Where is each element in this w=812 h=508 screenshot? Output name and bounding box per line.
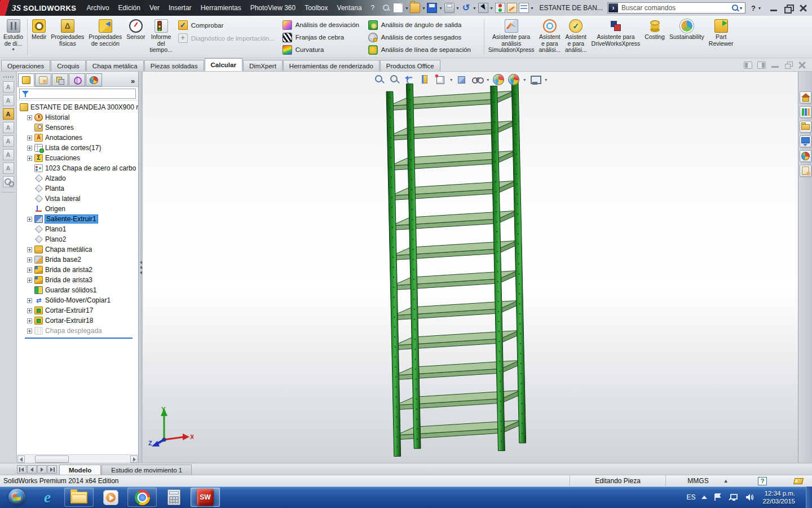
menu-search-icon[interactable] xyxy=(382,4,386,12)
undo-caret[interactable]: ▾ xyxy=(473,6,476,11)
ribbon-wizard-button[interactable]: Costing xyxy=(642,17,667,41)
expander-icon[interactable] xyxy=(27,247,32,252)
scroll-thumb[interactable] xyxy=(35,456,69,463)
command-tab[interactable]: Calcular xyxy=(205,58,242,71)
expander-icon[interactable] xyxy=(27,156,32,161)
solidworks-taskbar-icon[interactable] xyxy=(191,488,220,507)
design-library-icon[interactable] xyxy=(800,106,811,118)
options-caret[interactable]: ▾ xyxy=(531,6,534,11)
expander-icon[interactable] xyxy=(27,278,32,283)
propertymanager-tab-icon[interactable] xyxy=(35,73,51,86)
new-caret[interactable]: ▾ xyxy=(405,6,408,11)
file-properties-icon[interactable] xyxy=(507,3,517,13)
menu-item[interactable]: Ver xyxy=(145,0,164,16)
print-caret[interactable]: ▾ xyxy=(456,6,460,11)
gear-tools-icon[interactable] xyxy=(3,176,14,187)
command-tab[interactable]: Croquis xyxy=(51,60,86,71)
view-orientation-caret[interactable]: ▾ xyxy=(450,77,452,82)
ribbon-button[interactable]: Sensor xyxy=(124,17,147,41)
ribbon-wizard-button[interactable]: Asistente para DriveWorksXpress xyxy=(589,17,643,47)
clock[interactable]: 12:34 p.m. 22/03/2015 xyxy=(762,489,795,505)
close-button[interactable] xyxy=(798,5,807,12)
scroll-right-icon[interactable] xyxy=(130,456,138,463)
file-explorer-icon[interactable] xyxy=(800,121,811,133)
quick-tips-icon[interactable]: ? xyxy=(758,477,767,485)
pane-right-icon[interactable] xyxy=(757,62,766,69)
section-view-icon[interactable] xyxy=(420,74,431,85)
zoom-fit-icon[interactable] xyxy=(374,74,385,85)
view-orientation-icon[interactable] xyxy=(435,74,446,85)
tree-item[interactable]: Saliente-Extruir1 xyxy=(17,214,138,224)
previous-view-icon[interactable] xyxy=(404,74,416,85)
search-caret[interactable]: ▾ xyxy=(739,6,743,11)
menu-item[interactable]: Insertar xyxy=(164,0,196,16)
model-tab[interactable]: Modelo xyxy=(59,465,101,475)
menu-item[interactable]: Toolbox xyxy=(300,0,332,16)
tree-item[interactable]: Cortar-Extruir18 xyxy=(17,316,138,326)
interference-lights-icon[interactable] xyxy=(495,3,505,13)
design-study-button[interactable]: Estudio de di... ▾ xyxy=(1,17,25,52)
dimxpertmanager-tab-icon[interactable] xyxy=(69,73,85,86)
display-style-icon[interactable] xyxy=(456,74,467,85)
undo-icon[interactable]: ↺ xyxy=(461,3,471,13)
ribbon-button[interactable]: Propiedades físicas xyxy=(48,17,86,47)
tree-item[interactable]: 1023 Chapa de acero al carbo xyxy=(17,163,138,173)
open-icon[interactable] xyxy=(410,3,420,13)
volume-icon[interactable] xyxy=(745,493,754,502)
expander-icon[interactable] xyxy=(27,318,32,323)
menu-item[interactable]: PhotoView 360 xyxy=(246,0,301,16)
tree-item[interactable]: Sólido-Mover/Copiar1 xyxy=(17,295,138,305)
tree-item[interactable]: Lista de cortes(17) xyxy=(17,143,138,153)
next-tab-icon[interactable] xyxy=(37,465,47,474)
appearances-icon[interactable] xyxy=(800,150,811,162)
ribbon-button[interactable]: Informe del tiempo... xyxy=(148,17,175,54)
panel-splitter[interactable] xyxy=(139,72,143,463)
action-center-flag-icon[interactable] xyxy=(713,493,722,502)
doc-minimize-icon[interactable] xyxy=(771,62,779,69)
command-tab[interactable]: Productos Office xyxy=(380,60,440,71)
tree-filter-input[interactable] xyxy=(19,89,136,99)
edit-appearance-icon[interactable] xyxy=(493,74,504,85)
tree-item[interactable]: Alzado xyxy=(17,173,138,183)
apply-scene-caret[interactable]: ▾ xyxy=(523,77,526,82)
model-canvas[interactable] xyxy=(143,72,798,463)
apply-scene-icon[interactable] xyxy=(508,74,519,85)
language-indicator[interactable]: ES xyxy=(686,493,695,501)
help-caret[interactable]: ▾ xyxy=(758,6,761,11)
print-icon[interactable] xyxy=(444,3,454,13)
select-caret[interactable]: ▾ xyxy=(490,6,493,11)
ribbon-row-button[interactable]: Análisis de cortes sesgados xyxy=(368,32,462,42)
ribbon-wizard-button[interactable]: Asistent e para análisi... xyxy=(537,17,563,54)
annotation-hand-icon[interactable] xyxy=(3,95,14,106)
view-palette-icon[interactable] xyxy=(800,135,811,147)
hide-show-items-icon[interactable] xyxy=(471,74,483,85)
tree-item[interactable]: Brida de arista3 xyxy=(17,275,138,285)
media-player-icon[interactable] xyxy=(96,488,125,507)
command-tab[interactable]: Operaciones xyxy=(1,60,50,71)
rollback-bar[interactable] xyxy=(25,338,133,339)
expander-icon[interactable] xyxy=(27,217,32,222)
expander-icon[interactable] xyxy=(27,257,32,262)
zoom-area-icon[interactable] xyxy=(389,74,400,85)
tree-item[interactable]: Vista lateral xyxy=(17,194,138,204)
new-document-icon[interactable] xyxy=(393,3,403,13)
model-tab[interactable]: Estudio de movimiento 1 xyxy=(102,465,192,475)
tree-item[interactable]: Sensores xyxy=(17,122,138,133)
windows-explorer-icon[interactable] xyxy=(64,488,94,507)
expander-icon[interactable] xyxy=(27,135,32,141)
graphics-area[interactable]: ▾ ▾ ▾ ▾ Y X Z xyxy=(143,72,798,463)
ribbon-wizard-button[interactable]: Asistent e para análisi... xyxy=(563,17,589,54)
expander-icon[interactable] xyxy=(27,146,32,151)
tree-item[interactable]: Planta xyxy=(17,183,138,194)
ribbon-row-button[interactable]: Diagnóstico de importación... xyxy=(178,33,275,43)
expander-icon[interactable] xyxy=(27,268,32,273)
search-input[interactable]: Buscar comandos xyxy=(619,4,731,12)
command-tab[interactable]: DimXpert xyxy=(243,60,283,71)
tree-item[interactable]: Chapa desplegada xyxy=(17,326,138,336)
show-desktop-button[interactable] xyxy=(806,487,812,508)
annotation-add-icon[interactable] xyxy=(3,122,14,133)
chrome-icon[interactable] xyxy=(127,488,157,507)
restore-button[interactable] xyxy=(784,5,793,12)
previous-tab-icon[interactable] xyxy=(27,465,37,474)
configurationmanager-tab-icon[interactable] xyxy=(52,73,68,86)
